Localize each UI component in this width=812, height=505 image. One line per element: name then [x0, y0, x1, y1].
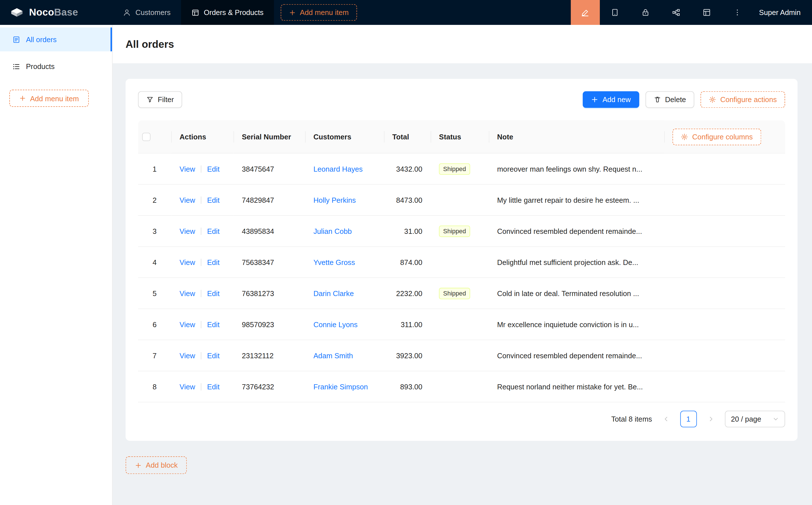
edit-link[interactable]: Edit	[207, 320, 220, 328]
sidebar-item-products[interactable]: Products	[0, 54, 112, 78]
table-row: 8 ViewEdit 73764232 Frankie Simpson 893.…	[138, 371, 785, 402]
edit-link[interactable]: Edit	[207, 258, 220, 266]
user-menu[interactable]: Super Admin	[753, 0, 812, 25]
status-badge: Shipped	[439, 225, 470, 237]
plus-icon	[591, 96, 598, 103]
total-cell: 3923.00	[384, 340, 431, 371]
edit-link[interactable]: Edit	[207, 227, 220, 235]
mobile-preview-button[interactable]	[600, 0, 630, 25]
page-title: All orders	[126, 38, 174, 50]
filter-button[interactable]: Filter	[138, 91, 182, 108]
tablet-icon	[611, 8, 619, 16]
nocobase-logo-icon	[9, 7, 24, 18]
table-row: 5 ViewEdit 76381273 Darin Clarke 2232.00…	[138, 278, 785, 309]
prev-page-button[interactable]	[658, 411, 674, 427]
total-cell: 874.00	[384, 247, 431, 278]
sidebar-item-label: Products	[26, 62, 54, 70]
edit-link[interactable]: Edit	[207, 351, 220, 360]
edit-link[interactable]: Edit	[207, 289, 220, 297]
divider	[201, 196, 201, 204]
filter-icon	[146, 96, 154, 103]
row-index: 8	[152, 382, 156, 391]
toolbar-right: Add new Delete	[583, 91, 785, 108]
nocobase-app: NocoBase Customers Orders & Products	[0, 0, 812, 505]
edit-link[interactable]: Edit	[207, 165, 220, 173]
page-size-select[interactable]: 20 / page	[724, 411, 785, 428]
api-button[interactable]	[661, 0, 691, 25]
serial-number-cell: 43895834	[234, 216, 305, 247]
table-icon	[191, 8, 199, 16]
customer-link[interactable]: Darin Clarke	[313, 289, 354, 297]
total-cell: 2232.00	[384, 278, 431, 309]
select-all-checkbox[interactable]	[142, 133, 150, 141]
customer-link[interactable]: Julian Cobb	[313, 227, 352, 235]
add-menu-item-button-nav[interactable]: Add menu item	[281, 4, 357, 21]
table-toolbar: Filter Add new	[138, 91, 785, 108]
nocobase-logo[interactable]: NocoBase	[0, 0, 113, 25]
edit-link[interactable]: Edit	[207, 196, 220, 204]
view-link[interactable]: View	[180, 382, 195, 391]
serial-number-cell: 76381273	[234, 278, 305, 309]
nav-item-label: Orders & Products	[204, 8, 263, 16]
sidebar-item-label: All orders	[26, 35, 56, 43]
add-block-button[interactable]: Add block	[126, 456, 187, 474]
table-row: 7 ViewEdit 23132112 Adam Smith 3923.00 C…	[138, 340, 785, 371]
next-page-button[interactable]	[703, 411, 718, 427]
row-index: 7	[152, 351, 156, 360]
plus-icon	[289, 9, 296, 16]
content-body: Filter Add new	[113, 63, 812, 505]
lock-button[interactable]	[630, 0, 661, 25]
divider	[201, 383, 201, 390]
status-badge: Shipped	[439, 288, 470, 299]
nav-item-customers[interactable]: Customers	[113, 0, 181, 25]
configure-columns-button[interactable]: Configure columns	[673, 128, 761, 145]
row-index: 4	[152, 258, 156, 266]
configure-actions-button[interactable]: Configure actions	[700, 91, 785, 108]
column-header-serial-number: Serial Number	[234, 120, 305, 153]
row-index: 1	[152, 165, 156, 173]
plus-icon	[19, 95, 26, 102]
table-body: 1 ViewEdit 38475647 Leonard Hayes 3432.0…	[138, 154, 785, 402]
customer-link[interactable]: Connie Lyons	[313, 320, 358, 328]
sidebar-item-all-orders[interactable]: All orders	[0, 27, 112, 51]
nav-item-orders-products[interactable]: Orders & Products	[181, 0, 274, 25]
gear-icon	[709, 96, 716, 103]
total-cell: 893.00	[384, 371, 431, 402]
customer-link[interactable]: Leonard Hayes	[313, 165, 363, 173]
view-link[interactable]: View	[180, 165, 195, 173]
ui-editor-button[interactable]	[571, 0, 600, 25]
chevron-down-icon	[773, 416, 779, 422]
view-link[interactable]: View	[180, 227, 195, 235]
row-index: 5	[152, 289, 156, 297]
column-header-note: Note	[489, 120, 664, 153]
add-menu-item-button-sidebar[interactable]: Add menu item	[9, 90, 89, 107]
delete-button[interactable]: Delete	[645, 91, 694, 108]
customer-link[interactable]: Holly Perkins	[313, 196, 356, 204]
table-row: 1 ViewEdit 38475647 Leonard Hayes 3432.0…	[138, 154, 785, 185]
chevron-right-icon	[708, 416, 714, 422]
customer-link[interactable]: Adam Smith	[313, 351, 353, 360]
view-link[interactable]: View	[180, 289, 195, 297]
edit-link[interactable]: Edit	[207, 382, 220, 391]
add-new-button[interactable]: Add new	[583, 91, 639, 108]
layout-icon	[703, 8, 711, 16]
note-cell: My little garret repair to desire he est…	[497, 196, 656, 204]
view-link[interactable]: View	[180, 258, 195, 266]
divider	[201, 290, 201, 297]
customer-link[interactable]: Frankie Simpson	[313, 382, 368, 391]
content: All orders Filter	[113, 25, 812, 505]
chevron-left-icon	[663, 416, 669, 422]
view-link[interactable]: View	[180, 351, 195, 360]
more-button[interactable]	[722, 0, 753, 25]
view-link[interactable]: View	[180, 320, 195, 328]
table-row: 4 ViewEdit 75638347 Yvette Gross 874.00 …	[138, 247, 785, 278]
view-link[interactable]: View	[180, 196, 195, 204]
customer-link[interactable]: Yvette Gross	[313, 258, 355, 266]
partition-icon	[672, 8, 680, 16]
note-cell: Convinced resembled dependent remainde..…	[497, 227, 656, 235]
row-index: 6	[152, 320, 156, 328]
divider	[201, 321, 201, 328]
ellipsis-vertical-icon	[733, 8, 741, 16]
page-number-button[interactable]: 1	[680, 411, 697, 428]
plugin-settings-button[interactable]	[691, 0, 722, 25]
